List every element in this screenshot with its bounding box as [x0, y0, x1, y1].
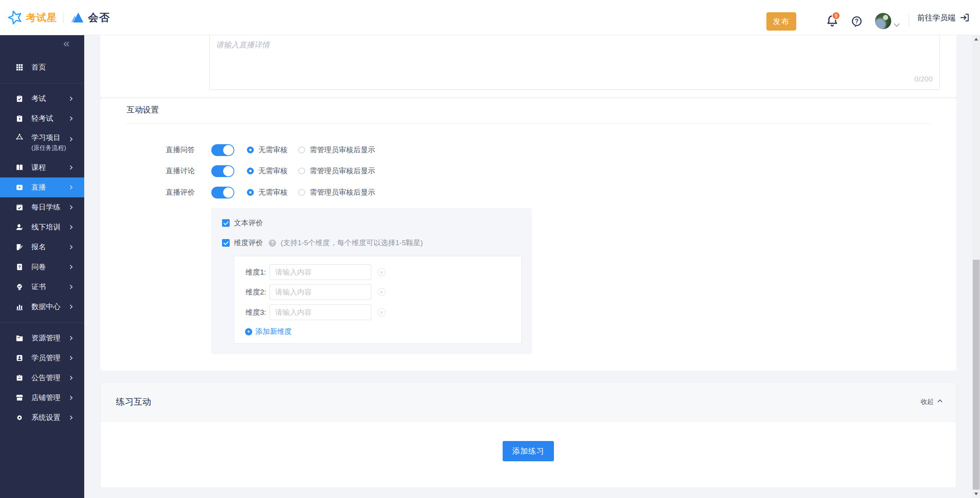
section-title: 互动设置 [127, 104, 159, 115]
sidebar-item-announcement-mgmt[interactable]: 公告管理 [0, 368, 84, 388]
nodes-icon [15, 133, 24, 141]
live-evaluation-radio-admin-review[interactable] [298, 189, 305, 196]
dimension-row: 维度2: × [234, 284, 385, 300]
remove-dimension-icon[interactable]: × [377, 268, 385, 276]
live-qa-row: 直播问答 无需审核 需管理员审核后显示 [100, 139, 956, 161]
sidebar-item-data-center[interactable]: 数据中心 [0, 297, 84, 317]
radio-label[interactable]: 需管理员审核后显示 [310, 145, 375, 155]
svg-text:?: ? [855, 18, 859, 24]
radio-label[interactable]: 需管理员审核后显示 [310, 166, 375, 176]
dimension-2-input[interactable] [270, 284, 371, 300]
play-icon [15, 183, 24, 192]
sidebar-item-label: 直播 [31, 182, 46, 192]
sidebar-item-shop-mgmt[interactable]: 店铺管理 [0, 388, 84, 408]
remove-dimension-icon[interactable]: × [377, 288, 385, 296]
sidebar-item-light-exam[interactable]: 轻考试 [0, 109, 84, 129]
student-portal-link[interactable]: 前往学员端 [917, 0, 970, 35]
publish-button[interactable]: 发布 [766, 12, 796, 31]
sidebar-item-daily-practice[interactable]: 每日学练 [0, 197, 84, 217]
live-discussion-radio-admin-review[interactable] [298, 168, 305, 174]
row-label: 直播问答 [100, 145, 195, 155]
text-eval-row: 文本评价 [222, 218, 263, 228]
chevron-down-icon[interactable] [894, 21, 900, 27]
text-eval-checkbox[interactable] [222, 219, 230, 227]
dimension-eval-checkbox[interactable] [222, 239, 230, 247]
checkbox-label[interactable]: 维度评价 [234, 238, 263, 248]
user-avatar[interactable] [875, 13, 892, 29]
sidebar-item-resource-mgmt[interactable]: 资源管理 [0, 328, 84, 348]
chevron-right-icon [68, 165, 72, 169]
chevron-right-icon [68, 245, 72, 249]
id-card-icon [15, 354, 24, 362]
sidebar-item-home[interactable]: 首页 [0, 57, 84, 77]
chevron-right-icon [68, 304, 72, 309]
triangle-logo-icon [70, 12, 85, 23]
radio-label[interactable]: 无需审核 [258, 145, 287, 155]
collapse-label: 收起 [921, 397, 934, 406]
svg-text:?: ? [18, 265, 21, 269]
sidebar-divider [0, 83, 84, 83]
gear-icon [15, 413, 24, 422]
live-discussion-radio-no-review[interactable] [247, 168, 254, 174]
notification-bell-icon[interactable]: 9 [825, 14, 841, 31]
sidebar-item-learning-project[interactable]: 学习项目 (原任务流程) [0, 129, 84, 158]
board-icon [15, 374, 24, 382]
live-qa-toggle[interactable] [211, 144, 234, 156]
sidebar-item-student-mgmt[interactable]: 学员管理 [0, 348, 84, 368]
live-detail-textarea[interactable] [209, 35, 940, 90]
sidebar-item-survey[interactable]: ? 问卷 [0, 257, 84, 277]
radio-label[interactable]: 无需审核 [258, 187, 287, 197]
sidebar-item-registration[interactable]: 报名 [0, 237, 84, 257]
collapse-sidebar-icon[interactable]: « [63, 37, 70, 49]
checkbox-label[interactable]: 文本评价 [234, 218, 263, 228]
badge-icon [15, 283, 24, 291]
help-icon[interactable]: ? [851, 15, 863, 28]
dimension-3-input[interactable] [270, 304, 371, 320]
practice-interaction-card: 练习互动 收起 添加练习 [100, 382, 956, 488]
sidebar-item-label: 系统设置 [31, 413, 60, 423]
sidebar-item-system-settings[interactable]: 系统设置 [0, 408, 84, 428]
sidebar-item-label: 课程 [31, 163, 46, 173]
dimension-label: 维度2: [234, 287, 266, 297]
sidebar-item-label: 线下培训 [31, 222, 60, 232]
add-dimension-link[interactable]: + 添加新维度 [245, 327, 292, 337]
clipboard-bolt-icon [15, 114, 24, 123]
scroll-up-arrow-icon[interactable] [974, 38, 978, 41]
sidebar-item-live[interactable]: 直播 [0, 177, 84, 197]
add-dimension-label: 添加新维度 [255, 327, 292, 337]
live-discussion-toggle[interactable] [211, 165, 234, 177]
sidebar-item-label: 公告管理 [31, 373, 60, 383]
chevron-right-icon [68, 116, 72, 120]
brand-logo: 考试星 会否 [7, 0, 110, 35]
sidebar-item-label: 考试 [31, 94, 46, 104]
plus-icon: + [245, 328, 252, 335]
evaluation-panel: 文本评价 维度评价 ? (支持1-5个维度，每个维度可以选择1-5颗星) 维度1… [211, 208, 532, 354]
scrollbar-thumb[interactable] [973, 260, 980, 490]
header-divider [909, 15, 909, 26]
live-evaluation-radio-no-review[interactable] [247, 189, 254, 196]
sidebar-item-label: 学习项目 [31, 133, 66, 143]
dimension-row: 维度3: × [234, 304, 385, 320]
sidebar-item-exam[interactable]: 考试 [0, 89, 84, 109]
question-help-icon[interactable]: ? [269, 239, 276, 247]
sidebar-item-certificate[interactable]: 证书 [0, 277, 84, 297]
collapse-section-link[interactable]: 收起 [921, 397, 941, 406]
chevron-right-icon [68, 285, 72, 289]
doc-question-icon: ? [15, 263, 24, 271]
live-evaluation-toggle[interactable] [211, 187, 234, 199]
scroll-down-arrow-icon[interactable] [974, 493, 978, 495]
exit-icon [959, 12, 970, 23]
add-practice-button[interactable]: 添加练习 [503, 441, 554, 461]
chevron-right-icon [68, 415, 72, 420]
sidebar-item-sublabel: (原任务流程) [31, 144, 66, 152]
remove-dimension-icon[interactable]: × [377, 308, 385, 316]
radio-label[interactable]: 无需审核 [258, 166, 287, 176]
top-header: 考试星 会否 发布 9 ? 前往学员端 [0, 0, 980, 35]
dimension-1-input[interactable] [270, 264, 371, 280]
sidebar-item-offline-training[interactable]: 线下培训 [0, 217, 84, 237]
live-qa-radio-no-review[interactable] [247, 146, 254, 153]
radio-label[interactable]: 需管理员审核后显示 [310, 187, 375, 197]
sidebar-item-course[interactable]: 课程 [0, 158, 84, 177]
live-qa-radio-admin-review[interactable] [298, 146, 305, 153]
practice-card-header: 练习互动 收起 [101, 382, 956, 422]
